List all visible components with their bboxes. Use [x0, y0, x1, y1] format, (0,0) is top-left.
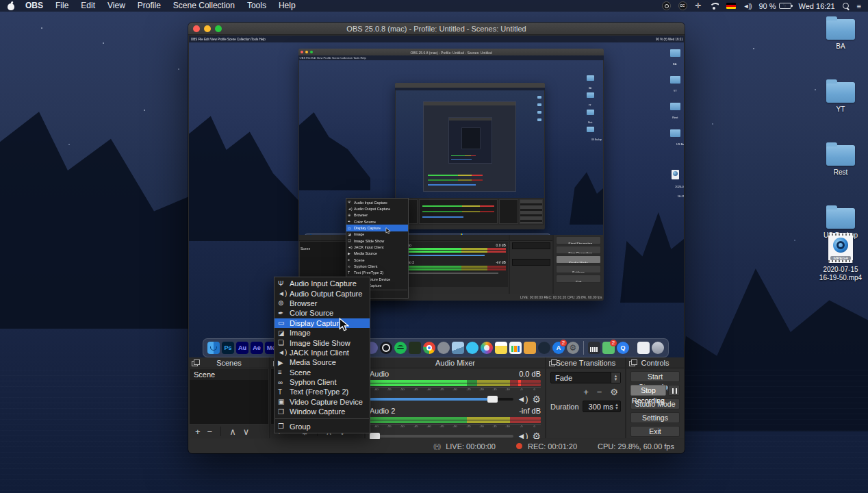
transition-select[interactable]: Fade ▲▼	[550, 372, 621, 383]
add-source-menu-item-browser[interactable]: ⊕ Browser	[275, 299, 370, 308]
source-type-icon: ▭	[278, 319, 290, 327]
dock-app-separator	[583, 341, 584, 355]
desktop-folder[interactable]: YT	[815, 82, 866, 114]
add-source-menu-item-image[interactable]: ◪ Image	[275, 328, 370, 338]
captured-menu-item-media-source: ▶ Media Source	[346, 251, 408, 257]
menubar-item[interactable]: Edit	[75, 0, 101, 12]
dock-app-preview-app	[452, 342, 464, 354]
spinner-arrows-icon[interactable]: ▲▼	[615, 401, 619, 412]
source-type-icon: ⊕	[278, 299, 290, 307]
obs-dock-panels: Scenes Scene + − ∧ ∨ + − ⚙	[189, 357, 684, 438]
captured-control-button: Exit	[556, 275, 601, 283]
add-source-menu-item-syphon-client[interactable]: ∞ Syphon Client	[275, 377, 370, 387]
battery-indicator[interactable]: 90 % ϟ	[758, 2, 791, 10]
dock-app-photos	[481, 342, 493, 354]
desktop-folder[interactable]: Rest	[815, 145, 866, 177]
captured-control-button: Studio Mode	[556, 255, 601, 264]
file-label: 2020-07-15 16-19-50.mp4	[815, 266, 866, 282]
folder-icon	[826, 82, 855, 103]
channel-settings-gear-icon[interactable]: ⚙	[532, 394, 541, 405]
popout-icon[interactable]	[549, 359, 556, 366]
menubar-item[interactable]: Scene Collection	[167, 0, 241, 12]
source-type-icon: Ψ	[278, 280, 290, 288]
add-source-menu-item-audio-input-capture[interactable]: Ψ Audio Input Capture	[275, 279, 370, 288]
studio-mode-button[interactable]: Studio Mode	[630, 399, 680, 409]
spotlight-search-icon[interactable]	[843, 3, 850, 10]
add-source-menu-item-group[interactable]: ❒ Group	[275, 421, 370, 431]
menubar-item[interactable]: File	[49, 0, 75, 12]
settings-button[interactable]: Settings	[630, 412, 680, 423]
scene-down-button[interactable]: ∨	[243, 427, 250, 437]
add-source-menu-item-window-capture[interactable]: ❐ Window Capture	[275, 407, 370, 416]
duration-input[interactable]: 300 ms ▲▼	[583, 401, 621, 412]
creative-cloud-icon[interactable]	[678, 1, 687, 10]
add-source-menu-item-color-source[interactable]: ✒ Color Source	[275, 308, 370, 318]
add-source-menu-item-audio-output-capture[interactable]: ◄) Audio Output Capture	[275, 288, 370, 298]
volume-icon[interactable]: ◄))	[743, 3, 752, 10]
duration-label: Duration	[550, 403, 579, 411]
add-scene-button[interactable]: +	[195, 427, 201, 437]
volume-slider-handle[interactable]	[487, 396, 498, 403]
add-source-menu-item-scene[interactable]: ≡ Scene	[275, 368, 370, 377]
volume-slider[interactable]	[370, 435, 513, 438]
remove-transition-button[interactable]: −	[597, 387, 602, 397]
notification-center-icon[interactable]: ≡	[857, 2, 861, 10]
dock-app-system-preferences	[567, 342, 579, 354]
dock-app-quicktime: Q	[617, 342, 629, 354]
menubar-item[interactable]: OBS	[19, 0, 49, 12]
obs-preview[interactable]: OBS File Edit View Profile Scene Collect…	[189, 36, 684, 357]
group-icon: ❒	[278, 422, 290, 430]
menubar-item[interactable]: Help	[272, 0, 302, 12]
folder-label: YT	[815, 105, 866, 114]
macos-menu-bar: OBSFileEditViewProfileScene CollectionTo…	[0, 0, 868, 12]
add-source-menu-item-text-freetype2[interactable]: T Text (FreeType 2)	[275, 387, 370, 396]
exit-button[interactable]: Exit	[630, 426, 680, 437]
folder-label: BA	[815, 42, 866, 51]
add-source-menu-item-media-source[interactable]: ▶ Media Source	[275, 357, 370, 367]
source-type-icon: ◄)	[278, 349, 290, 356]
scene-list-item[interactable]: Scene	[190, 369, 268, 380]
select-arrows-icon[interactable]: ▲▼	[611, 372, 620, 383]
popout-icon[interactable]	[192, 359, 199, 366]
menubar-item[interactable]: Profile	[131, 0, 167, 12]
popout-icon[interactable]	[629, 359, 636, 366]
captured-mouse-cursor	[385, 227, 391, 234]
dock-app-app-store: A 2	[552, 342, 565, 354]
channel-db: -inf dB	[519, 407, 541, 416]
desktop-folder[interactable]: BA	[815, 19, 866, 51]
obs-status-bar: ((•)) LIVE: 00:00:00 REC: 00:01:20 CPU: …	[189, 439, 684, 453]
obs-status-icon[interactable]	[662, 1, 671, 10]
remove-scene-button[interactable]: −	[207, 427, 213, 437]
captured-preview-level2: BA YT Rest US Backup	[299, 60, 603, 235]
start-streaming-button[interactable]: Start Streaming	[630, 371, 680, 382]
pause-recording-button[interactable]	[668, 385, 680, 396]
menubar-item[interactable]: View	[101, 0, 131, 12]
move-tool-icon[interactable]: ✛	[695, 1, 701, 10]
source-type-icon: ◪	[278, 329, 290, 337]
captured-desktop-folder: BA	[666, 49, 684, 61]
dock-app-pages	[524, 342, 536, 354]
volume-slider[interactable]	[370, 398, 513, 401]
keyboard-layout-german-flag[interactable]	[726, 3, 736, 9]
add-source-menu-item-jack-input-client[interactable]: ◄) JACK Input Client	[275, 348, 370, 357]
window-title-bar[interactable]: OBS 25.0.8 (mac) - Profile: Untitled - S…	[188, 23, 685, 35]
menubar-clock[interactable]: Wed 16:21	[799, 2, 835, 10]
add-transition-button[interactable]: +	[583, 387, 589, 397]
apple-menu-icon[interactable]	[7, 2, 15, 10]
menubar-item[interactable]: Tools	[241, 0, 272, 12]
source-type-icon: ❏	[278, 339, 290, 346]
captured-menu-item-scene: ≡ Scene	[346, 257, 408, 263]
meter-scale: -60-55-50-45-40-35-30-25-20-15-10-50	[370, 387, 541, 393]
wifi-icon[interactable]	[709, 3, 719, 10]
scenes-list[interactable]: Scene	[190, 369, 268, 424]
add-source-menu-item-display-capture[interactable]: ▭ Display Capture	[275, 318, 370, 328]
speaker-icon[interactable]: ◄)	[518, 394, 528, 404]
transition-properties-button[interactable]: ⚙	[610, 387, 618, 397]
captured-menu-item-color-source: ✒ Color Source	[346, 218, 408, 225]
scene-up-button[interactable]: ∧	[229, 427, 236, 437]
add-source-menu-item-video-capture-device[interactable]: ▣ Video Capture Device	[275, 397, 370, 407]
desktop-file-mp4[interactable]: MPEG4 2020-07-15 16-19-50.mp4	[815, 233, 866, 282]
stop-recording-button[interactable]: Stop Recording	[630, 385, 666, 396]
add-source-menu-item-image-slide-show[interactable]: ❏ Image Slide Show	[275, 338, 370, 347]
add-source-menu: Ψ Audio Input Capture ◄) Audio Output Ca…	[274, 277, 370, 433]
